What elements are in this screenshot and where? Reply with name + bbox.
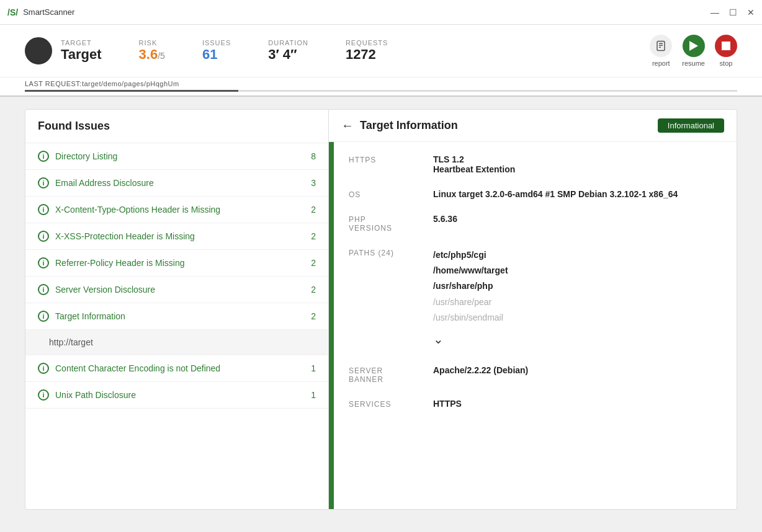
resume-label: resume (682, 60, 705, 67)
paths-label: PATHS (24) (349, 247, 423, 257)
issue-item-server-version[interactable]: i Server Version Disclosure 2 (25, 277, 328, 303)
resume-button[interactable]: resume (682, 35, 705, 67)
window-controls: — ☐ ✕ (710, 7, 755, 17)
paths-value: /etc/php5/cgi /home/www/target /usr/shar… (433, 247, 722, 350)
issues-stat: ISSUES 61 (202, 39, 231, 63)
issue-item-referrer-policy[interactable]: i Referrer-Policy Header is Missing 2 (25, 250, 328, 277)
target-circle-icon (25, 37, 52, 64)
info-row-services: SERVICES HTTPS (349, 399, 722, 409)
issue-count: 3 (311, 178, 316, 188)
maximize-button[interactable]: ☐ (729, 7, 737, 17)
target-info: TARGET Target (25, 37, 102, 64)
issue-item-email-disclosure[interactable]: i Email Address Disclosure 3 (25, 170, 328, 197)
detail-accent-bar (329, 142, 334, 509)
info-icon: i (38, 177, 49, 188)
https-label: HTTPS (349, 154, 423, 164)
issue-item-content-type[interactable]: i X-Content-Type-Options Header is Missi… (25, 197, 328, 223)
info-icon: i (38, 389, 49, 401)
app-logo: /S/ (7, 7, 18, 17)
detail-title-text: Target Information (360, 119, 458, 132)
https-value: TLS 1.2 Heartbeat Extention (433, 154, 722, 174)
requests-stat: REQUESTS 1272 (346, 39, 388, 63)
issue-item-unix-path[interactable]: i Unix Path Disclosure 1 (25, 382, 328, 409)
app-title: SmartScanner (23, 7, 74, 17)
info-row-server-banner: SERVERBANNER Apache/2.2.22 (Debian) (349, 365, 722, 384)
back-arrow-icon[interactable]: ← (341, 118, 354, 133)
main-content: Found Issues i Directory Listing 8 i Ema… (0, 97, 762, 522)
last-request-label: LAST REQUEST: (25, 80, 82, 87)
issue-count: 1 (311, 390, 316, 400)
services-value: HTTPS (433, 399, 722, 409)
titlebar: /S/ SmartScanner — ☐ ✕ (0, 0, 762, 25)
close-button[interactable]: ✕ (747, 7, 755, 17)
detail-title: ← Target Information (341, 118, 458, 133)
detail-content: HTTPS TLS 1.2 Heartbeat Extention OS Lin… (334, 142, 737, 509)
target-value: Target (61, 47, 102, 63)
issue-count: 1 (311, 363, 316, 373)
report-label: report (652, 60, 670, 67)
detail-header: ← Target Information Informational (329, 110, 737, 142)
svg-rect-5 (722, 42, 730, 50)
progress-area: LAST REQUEST:target/demo/pages/pHqghUm (0, 78, 762, 97)
info-icon: i (38, 231, 49, 242)
duration-value: 3′ 4″ (268, 47, 308, 63)
duration-stat: DURATION 3′ 4″ (268, 39, 308, 63)
info-row-os: OS Linux target 3.2.0-6-amd64 #1 SMP Deb… (349, 189, 722, 199)
issue-item-target-information[interactable]: i Target Information 2 (25, 303, 328, 330)
issue-item-xss-protection[interactable]: i X-XSS-Protection Header is Missing 2 (25, 223, 328, 250)
issue-name: X-XSS-Protection Header is Missing (55, 231, 305, 241)
stop-icon (715, 35, 737, 57)
info-icon: i (38, 204, 49, 215)
issue-count: 2 (311, 285, 316, 295)
issues-panel: Found Issues i Directory Listing 8 i Ema… (25, 109, 329, 510)
issue-count: 2 (311, 205, 316, 215)
detail-panel: ← Target Information Informational HTTPS… (329, 109, 737, 510)
issue-name: X-Content-Type-Options Header is Missing (55, 205, 305, 215)
issue-item-content-encoding[interactable]: i Content Character Encoding is not Defi… (25, 355, 328, 382)
header-stats: TARGET Target RISK 3.6/5 ISSUES 61 DURAT… (0, 25, 762, 78)
issue-count: 2 (311, 258, 316, 268)
issue-name: Content Character Encoding is not Define… (55, 363, 305, 373)
resume-icon (683, 35, 705, 57)
os-label: OS (349, 189, 423, 199)
issue-subitem-http-target[interactable]: http://target (25, 330, 328, 355)
issue-count: 2 (311, 231, 316, 241)
services-label: SERVICES (349, 399, 423, 409)
expand-paths-icon[interactable]: ⌄ (433, 328, 722, 350)
issues-panel-title: Found Issues (25, 110, 328, 143)
info-icon: i (38, 311, 49, 322)
php-label: PHPVERSIONS (349, 214, 423, 233)
info-row-https: HTTPS TLS 1.2 Heartbeat Extention (349, 154, 722, 174)
issue-name: Server Version Disclosure (55, 285, 305, 295)
issue-subitem-name: http://target (44, 337, 316, 347)
requests-label: REQUESTS (346, 39, 388, 47)
info-icon: i (38, 257, 49, 268)
minimize-button[interactable]: — (710, 7, 719, 17)
risk-label: RISK (139, 39, 165, 47)
issue-name: Target Information (55, 311, 305, 321)
issue-count: 8 (311, 151, 316, 161)
report-icon (650, 35, 672, 57)
progress-bar-fill (25, 90, 238, 92)
progress-bar-track (25, 90, 737, 92)
svg-marker-4 (689, 41, 698, 51)
issue-item-directory-listing[interactable]: i Directory Listing 8 (25, 143, 328, 170)
last-request-value: target/demo/pages/pHqghUm (82, 80, 179, 87)
issue-name: Directory Listing (55, 151, 305, 161)
stop-button[interactable]: stop (715, 35, 737, 67)
detail-body: HTTPS TLS 1.2 Heartbeat Extention OS Lin… (329, 142, 737, 509)
info-icon: i (38, 151, 49, 162)
info-row-paths: PATHS (24) /etc/php5/cgi /home/www/targe… (349, 247, 722, 350)
info-row-php: PHPVERSIONS 5.6.36 (349, 214, 722, 233)
last-request: LAST REQUEST:target/demo/pages/pHqghUm (25, 80, 737, 87)
header-actions: report resume stop (650, 35, 737, 67)
issue-count: 2 (311, 311, 316, 321)
target-text: TARGET Target (61, 39, 102, 63)
issues-label: ISSUES (202, 39, 231, 47)
issue-name: Unix Path Disclosure (55, 390, 305, 400)
issues-value: 61 (202, 47, 231, 63)
issue-name: Email Address Disclosure (55, 178, 305, 188)
report-button[interactable]: report (650, 35, 672, 67)
issue-name: Referrer-Policy Header is Missing (55, 258, 305, 268)
informational-badge: Informational (658, 118, 724, 133)
